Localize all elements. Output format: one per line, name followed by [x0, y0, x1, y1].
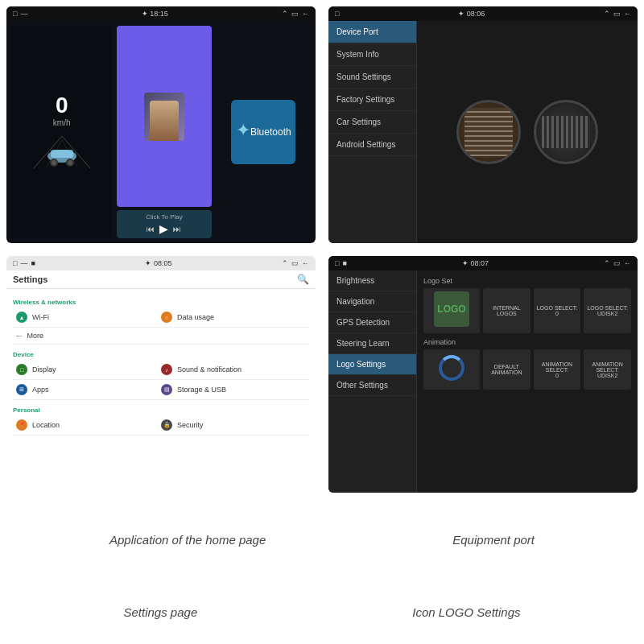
settings-search-icon[interactable]: 🔍 [297, 274, 309, 285]
captions-row: Application of the home page Equipment p… [0, 499, 644, 580]
logo-home-icon: □ [335, 259, 339, 267]
logo-content: Logo Set LOGO INTERNAL LOGOS LOGO SELECT… [417, 270, 638, 493]
eq-menu-system-info[interactable]: System Info [328, 43, 416, 66]
logo-screen-icon: ▭ [613, 259, 621, 267]
location-security-row[interactable]: 📍 Location 🔒 Security [13, 415, 309, 436]
logo-grid: LOGO INTERNAL LOGOS LOGO SELECT:0 LOGO S… [423, 288, 631, 333]
svg-point-9 [68, 160, 72, 165]
sound-item: ♪ Sound & notification [161, 364, 306, 375]
speed-number: 0 [53, 93, 71, 118]
more-dots: ··· [16, 332, 23, 340]
s-status-left: □ — ■ [13, 259, 35, 267]
eq-time-area: ✦ 08:06 [458, 10, 485, 18]
status-right: ⌃ ▭ ← [282, 10, 309, 18]
bluetooth-icon: ✦ [236, 120, 250, 141]
display-item: □ Display [16, 364, 161, 375]
location-item: 📍 Location [16, 419, 161, 431]
port-image-1 [456, 100, 521, 164]
s-sq-icon: ■ [31, 259, 35, 267]
logo-menu-other[interactable]: Other Settings [328, 375, 416, 396]
more-label: More [27, 332, 44, 340]
eq-menu-sound-settings[interactable]: Sound Settings [328, 66, 416, 89]
logo-menu-navigation[interactable]: Navigation [328, 291, 416, 312]
location-label: Location [32, 421, 60, 429]
s-time: 08:05 [154, 259, 172, 267]
s-time-area: ✦ 08:05 [145, 259, 171, 267]
wifi-label: Wi-Fi [32, 313, 49, 321]
more-row[interactable]: ··· More [13, 328, 309, 345]
settings-screen: □ — ■ ✦ 08:05 ⌃ ▭ ← Settings 🔍 Wireless … [6, 256, 316, 493]
data-usage-label: Data usage [177, 313, 214, 321]
caption-home: Application of the home page [109, 533, 266, 547]
apps-storage-row[interactable]: ⊞ Apps ▤ Storage & USB [13, 380, 309, 400]
bluetooth-button[interactable]: ✦ Bluetooth [231, 100, 295, 164]
svg-point-8 [52, 160, 56, 165]
caption-equipment: Equipment port [452, 533, 535, 547]
caption-settings: Settings page [124, 605, 198, 619]
settings-page-title: Settings [13, 275, 47, 284]
settings-body[interactable]: Wireless & networks ▲ Wi-Fi ○ Data usage… [6, 289, 316, 493]
music-player[interactable]: Click To Play ⏮ ▶ ⏭ [117, 210, 211, 238]
lock-icon: 🔒 [161, 419, 172, 431]
s-status-right: ⌃ ▭ ← [282, 259, 309, 267]
logo-status-left: □ ■ [335, 259, 347, 267]
avatar [144, 93, 184, 141]
s-back: ← [302, 259, 309, 267]
device-section-header: Device [13, 348, 309, 360]
svg-rect-5 [51, 150, 73, 158]
eq-status-left: □ [335, 10, 339, 18]
home-icon: □ [13, 10, 17, 18]
logo-sq-icon: ■ [342, 259, 346, 267]
logo-menu-steering[interactable]: Steering Learn [328, 333, 416, 354]
animation-select-udisk2-cell[interactable]: ANIMATIONSELECT:UDISK2 [584, 349, 631, 390]
default-animation-cell[interactable]: DEFAULTANIMATION [483, 349, 530, 390]
logo-main-cell[interactable]: LOGO [423, 288, 480, 333]
logo-select-0-cell[interactable]: LOGO SELECT:0 [534, 288, 581, 333]
eq-menu-device-port[interactable]: Device Port [328, 21, 416, 43]
animation-select-0-cell[interactable]: ANIMATIONSELECT:0 [534, 349, 581, 390]
apps-label: Apps [32, 386, 49, 394]
internal-logos-cell[interactable]: INTERNAL LOGOS [483, 288, 530, 333]
spinner-cell [423, 349, 480, 390]
logo-screen: □ ■ ✦ 08:07 ⌃ ▭ ← Brightness Navigation … [328, 256, 638, 493]
eq-home-icon: □ [335, 10, 339, 18]
logo-main-display: LOGO [434, 291, 469, 327]
minimize-icon: — [20, 10, 27, 18]
logo-select-udisk2-cell[interactable]: LOGO SELECT:UDISK2 [584, 288, 631, 333]
eq-time: 08:06 [467, 10, 485, 18]
wifi-icon: ▲ [16, 312, 27, 323]
logo-time-area: ✦ 08:07 [462, 259, 489, 267]
s-screen: ▭ [291, 259, 299, 267]
display-sound-row[interactable]: □ Display ♪ Sound & notification [13, 360, 309, 380]
home-right: ✦ Bluetooth [217, 26, 311, 238]
wifi-row[interactable]: ▲ Wi-Fi ○ Data usage [13, 308, 309, 328]
eq-menu-android-settings[interactable]: Android Settings [328, 134, 416, 156]
apps-icon: ⊞ [16, 384, 27, 395]
eq-menu-car-settings[interactable]: Car Settings [328, 111, 416, 134]
back-icon: ← [302, 10, 309, 18]
storage-icon: ▤ [161, 384, 172, 395]
display-icon: □ [16, 364, 27, 375]
signal-icon: ⌃ [282, 10, 288, 18]
port-image-2 [534, 100, 598, 164]
equipment-content [417, 21, 638, 243]
logo-menu-logo-settings[interactable]: Logo Settings [328, 354, 416, 375]
logo-menu-gps[interactable]: GPS Detection [328, 312, 416, 333]
logo-layout: Brightness Navigation GPS Detection Stee… [328, 270, 638, 493]
logo-time: 08:07 [470, 259, 489, 267]
s-bt-icon: ✦ [145, 259, 151, 267]
eq-signal: ⌃ [604, 10, 610, 18]
bt-status-icon: ✦ [142, 10, 148, 18]
eq-menu-factory-settings[interactable]: Factory Settings [328, 89, 416, 111]
speed-panel: 0 km/h [11, 26, 112, 238]
security-item: 🔒 Security [161, 419, 306, 431]
next-button[interactable]: ⏭ [173, 225, 181, 233]
location-icon: 📍 [16, 419, 27, 431]
equipment-status-bar: □ ✦ 08:06 ⌃ ▭ ← [328, 6, 638, 21]
apps-item: ⊞ Apps [16, 384, 161, 395]
prev-button[interactable]: ⏮ [147, 225, 155, 233]
equipment-screen: □ ✦ 08:06 ⌃ ▭ ← Device Port System Info … [328, 6, 638, 243]
eq-bt-icon: ✦ [458, 10, 464, 18]
logo-menu-brightness[interactable]: Brightness [328, 270, 416, 291]
play-button[interactable]: ▶ [159, 222, 168, 235]
